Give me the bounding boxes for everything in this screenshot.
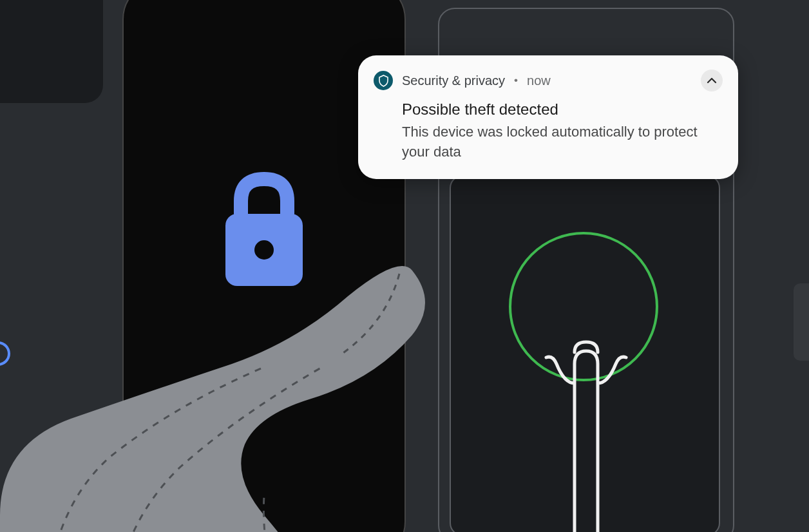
background-panel xyxy=(0,0,103,103)
hand-illustration xyxy=(0,245,477,532)
notification-timestamp: now xyxy=(527,73,551,88)
expand-button[interactable] xyxy=(701,70,723,91)
notification-title: Possible theft detected xyxy=(402,100,723,119)
notification-description: This device was locked automatically to … xyxy=(402,122,723,162)
notification-header: Security & privacy • now xyxy=(374,70,723,91)
chevron-up-icon xyxy=(707,77,717,84)
separator: • xyxy=(514,74,518,87)
shield-icon xyxy=(374,71,393,90)
person-outline-icon xyxy=(541,325,631,532)
notification-card[interactable]: Security & privacy • now Possible theft … xyxy=(358,55,738,179)
notification-app-name: Security & privacy xyxy=(402,73,505,88)
side-tab xyxy=(794,283,809,361)
notification-body: Possible theft detected This device was … xyxy=(374,100,723,162)
